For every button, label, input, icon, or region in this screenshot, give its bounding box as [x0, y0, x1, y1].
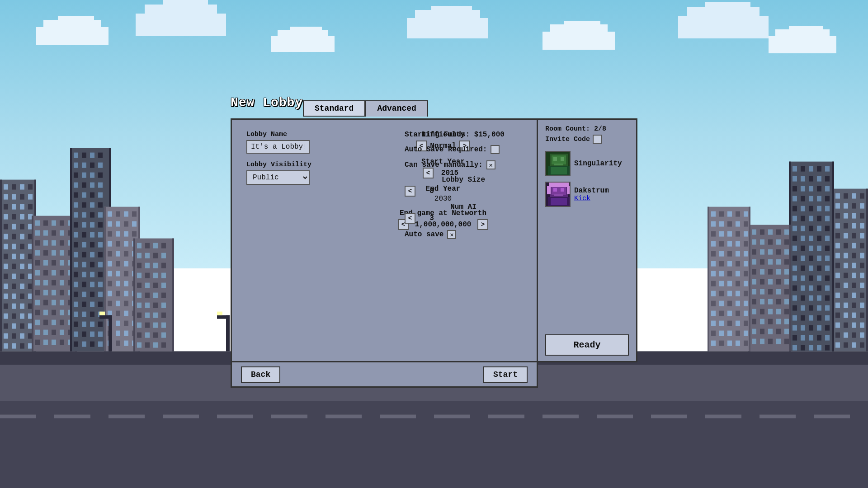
starting-funds-label: Starting Funds: $15,000 — [405, 131, 505, 139]
tab-standard[interactable]: Standard — [303, 100, 365, 117]
svg-rect-15 — [551, 198, 567, 205]
svg-rect-5 — [554, 164, 563, 165]
room-count: Room Count: 2/8 — [545, 125, 629, 133]
player-name-2: Dakstrum — [574, 187, 609, 195]
invite-code-label: Invite Code — [545, 136, 590, 143]
bottom-bar: Back Start — [231, 362, 538, 388]
lobby-size-stepper: < 8 — [405, 186, 445, 197]
svg-rect-13 — [554, 194, 563, 196]
player-name-1: Singularity — [574, 160, 622, 168]
start-button[interactable]: Start — [483, 366, 528, 383]
svg-rect-3 — [553, 157, 557, 161]
svg-rect-12 — [561, 188, 564, 192]
back-button[interactable]: Back — [241, 366, 280, 383]
auto-save-checkbox[interactable]: ✕ — [447, 230, 456, 239]
tabs-row: Standard Advanced — [303, 100, 428, 117]
lobby-visibility-select[interactable]: Public Private Friends Only — [246, 170, 310, 185]
main-panel: Lobby Name Lobby Visibility Public Priva… — [231, 118, 538, 362]
auto-save-required-checkbox[interactable] — [491, 145, 500, 154]
auto-save-required-label: Auto Save Required: — [405, 145, 487, 154]
invite-code-row: Invite Code — [545, 135, 629, 144]
num-ai-stepper: < 3 — [405, 213, 445, 224]
svg-rect-11 — [553, 188, 557, 192]
svg-rect-16 — [549, 183, 569, 187]
tab-advanced[interactable]: Advanced — [365, 100, 428, 117]
lobby-visibility-label: Lobby Visibility — [246, 161, 346, 169]
lobby-name-label: Lobby Name — [246, 131, 346, 138]
auto-save-label: Auto save — [405, 230, 443, 239]
kick-button-2[interactable]: Kick — [574, 195, 609, 202]
player-entry-1: Singularity — [545, 151, 629, 176]
num-ai-value: 3 — [418, 214, 445, 222]
player-entry-2: Dakstrum Kick — [545, 182, 629, 207]
svg-rect-4 — [561, 157, 564, 161]
window-title: New Lobby — [231, 96, 303, 110]
ready-button[interactable]: Ready — [545, 334, 629, 356]
player-avatar-1 — [545, 151, 571, 176]
lobby-name-input[interactable] — [246, 140, 310, 154]
invite-code-checkbox[interactable] — [593, 135, 602, 144]
lobby-size-label: Lobby Size — [405, 176, 522, 184]
svg-rect-18 — [567, 186, 571, 194]
player-avatar-2 — [545, 182, 571, 207]
svg-rect-17 — [547, 186, 551, 194]
num-ai-label: Num AI — [405, 203, 522, 211]
right-panel: Room Count: 2/8 Invite Code — [538, 118, 637, 362]
can-save-manually-checkbox[interactable]: ✕ — [486, 160, 495, 169]
lobby-size-value: 8 — [418, 187, 445, 195]
can-save-manually-label: Can save manually: — [405, 161, 483, 169]
svg-rect-7 — [551, 167, 567, 174]
lobby-size-prev-btn[interactable]: < — [405, 186, 415, 197]
num-ai-prev-btn[interactable]: < — [405, 213, 415, 224]
